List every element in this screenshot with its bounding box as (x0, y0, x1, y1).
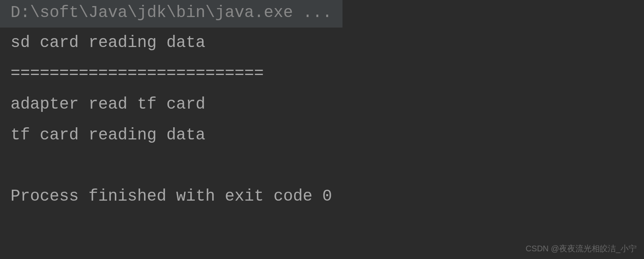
output-line: tf card reading data (0, 120, 644, 151)
blank-line (0, 151, 644, 181)
command-line: D:\soft\Java\jdk\bin\java.exe ... (0, 0, 342, 28)
watermark: CSDN @夜夜流光相皎洁_小宁 (526, 243, 637, 254)
output-line: ========================== (0, 58, 644, 89)
output-line: adapter read tf card (0, 89, 644, 120)
exit-message: Process finished with exit code 0 (0, 181, 644, 212)
output-line: sd card reading data (0, 28, 644, 58)
console-output: D:\soft\Java\jdk\bin\java.exe ... sd car… (0, 0, 644, 212)
